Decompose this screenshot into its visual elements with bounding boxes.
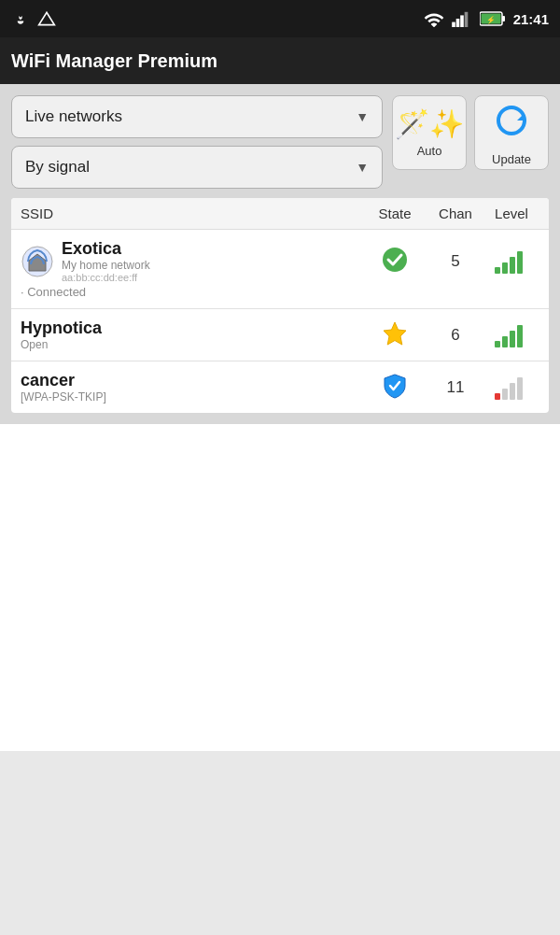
- battery-icon: ⚡: [480, 11, 506, 26]
- svg-rect-1: [452, 22, 455, 27]
- svg-rect-19: [510, 331, 515, 347]
- header-state: State: [362, 205, 427, 221]
- network-mac-exotica: aa:bb:cc:dd:ee:ff: [62, 272, 150, 283]
- svg-rect-15: [517, 251, 523, 274]
- network-row-hypnotica[interactable]: Hypnotica Open 6: [11, 309, 549, 361]
- svg-rect-2: [455, 19, 459, 27]
- svg-rect-21: [495, 393, 500, 400]
- status-time: 21:41: [513, 11, 549, 27]
- wand-icon: 🪄✨: [395, 107, 464, 140]
- state-exotica: [362, 246, 427, 276]
- network-row-cancer[interactable]: cancer [WPA-PSK-TKIP] 11: [11, 361, 549, 413]
- svg-rect-24: [517, 377, 523, 400]
- svg-marker-16: [384, 322, 406, 345]
- auto-button[interactable]: 🪄✨ Auto: [392, 95, 467, 170]
- connected-label-exotica: · Connected: [21, 285, 539, 299]
- wifi-status-icon: [424, 10, 444, 27]
- signal-level-hypnotica: [494, 322, 529, 348]
- network-sub-cancer: [WPA-PSK-TKIP]: [21, 390, 106, 404]
- status-right-icons: ⚡ 21:41: [424, 10, 549, 27]
- main-content: Live networks ▼ By signal ▼ 🪄✨ Auto: [0, 84, 560, 424]
- header-ssid: SSID: [21, 205, 362, 221]
- dropdowns-col: Live networks ▼ By signal ▼: [11, 95, 383, 189]
- state-cancer: [362, 372, 427, 403]
- header-level: Level: [483, 205, 539, 221]
- level-cancer: [483, 375, 539, 401]
- svg-rect-17: [495, 341, 500, 347]
- network-info-hypnotica: Hypnotica Open: [21, 319, 362, 351]
- svg-text:⚡: ⚡: [486, 15, 496, 24]
- level-hypnotica: [483, 322, 539, 348]
- network-filter-label: Live networks: [25, 107, 122, 126]
- connected-checkmark-icon: [381, 246, 409, 274]
- svg-rect-14: [510, 257, 515, 274]
- sort-filter-arrow: ▼: [356, 160, 369, 175]
- status-bar: ⚡ 21:41: [0, 0, 560, 37]
- shield-icon: [381, 372, 409, 400]
- delta-icon: [37, 9, 56, 28]
- network-row-exotica[interactable]: Exotica My home network aa:bb:cc:dd:ee:f…: [11, 230, 549, 309]
- bottom-area: [0, 424, 560, 751]
- update-button-label: Update: [492, 152, 531, 166]
- app-title: WiFi Manager Premium: [11, 50, 217, 72]
- svg-rect-12: [495, 267, 500, 274]
- svg-rect-13: [502, 262, 508, 274]
- auto-button-label: Auto: [417, 144, 442, 158]
- refresh-icon: [491, 100, 532, 149]
- network-filter-arrow: ▼: [356, 109, 369, 124]
- network-text-exotica: Exotica My home network aa:bb:cc:dd:ee:f…: [62, 239, 150, 283]
- svg-rect-6: [502, 16, 505, 21]
- table-header: SSID State Chan Level: [11, 198, 549, 230]
- sort-filter-label: By signal: [25, 158, 90, 177]
- network-name-cancer: cancer: [21, 371, 106, 390]
- network-name-hypnotica: Hypnotica: [21, 319, 102, 338]
- network-sub-hypnotica: Open: [21, 338, 102, 351]
- state-hypnotica: [362, 319, 427, 350]
- network-info-cancer: cancer [WPA-PSK-TKIP]: [21, 371, 362, 404]
- network-info-exotica: Exotica My home network aa:bb:cc:dd:ee:f…: [21, 239, 362, 283]
- channel-exotica: 5: [427, 252, 483, 271]
- network-name-exotica: Exotica: [62, 239, 150, 259]
- home-network-icon: [21, 245, 54, 278]
- svg-rect-4: [464, 12, 468, 27]
- signal-level-cancer: [494, 375, 529, 401]
- header-chan: Chan: [427, 205, 483, 221]
- channel-hypnotica: 6: [427, 326, 483, 345]
- network-filter-dropdown[interactable]: Live networks ▼: [11, 95, 383, 138]
- signal-level-exotica: [494, 248, 529, 275]
- svg-rect-3: [460, 15, 464, 27]
- svg-rect-23: [510, 383, 515, 400]
- signal-bars-icon: [452, 10, 472, 27]
- level-exotica: [483, 248, 539, 275]
- network-text-cancer: cancer [WPA-PSK-TKIP]: [21, 371, 106, 404]
- svg-rect-20: [517, 325, 523, 347]
- network-text-hypnotica: Hypnotica Open: [21, 319, 102, 351]
- sort-filter-dropdown[interactable]: By signal ▼: [11, 146, 383, 189]
- action-buttons-col: 🪄✨ Auto Update: [392, 95, 549, 170]
- star-icon: [381, 319, 409, 347]
- update-button[interactable]: Update: [474, 95, 549, 170]
- network-sub-exotica: My home network: [62, 259, 150, 272]
- networks-table: SSID State Chan Level Exotica: [11, 198, 549, 413]
- app-header: WiFi Manager Premium: [0, 37, 560, 84]
- status-left-icons: [11, 9, 56, 28]
- usb-icon: [11, 9, 30, 28]
- svg-marker-0: [39, 12, 55, 24]
- svg-rect-22: [502, 389, 508, 400]
- channel-cancer: 11: [427, 378, 483, 397]
- controls-row: Live networks ▼ By signal ▼ 🪄✨ Auto: [11, 95, 549, 189]
- svg-rect-18: [502, 336, 508, 347]
- svg-point-11: [383, 248, 407, 272]
